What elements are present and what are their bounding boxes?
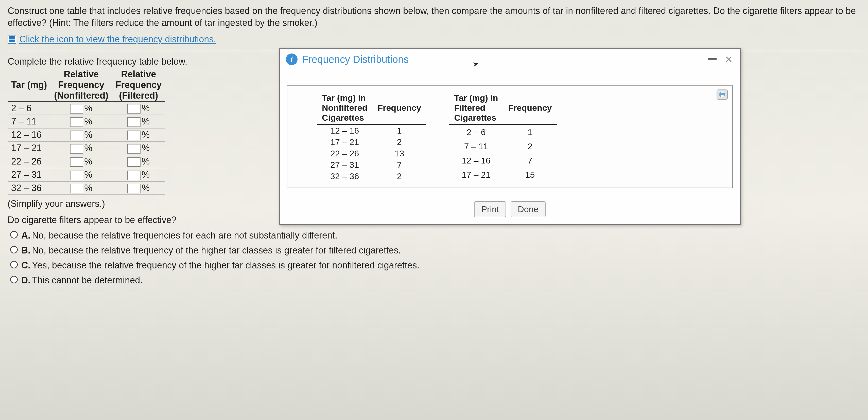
tar-range: 32 – 36 [8, 182, 51, 195]
relative-frequency-table: Tar (mg) Relative Frequency (Nonfiltered… [8, 68, 165, 195]
nonfiltered-input[interactable] [70, 157, 83, 167]
nonfiltered-freq-header: Frequency [372, 93, 426, 125]
frequency-value: 7 [372, 159, 426, 170]
percent-unit: % [142, 130, 150, 140]
done-button[interactable]: Done [510, 201, 545, 217]
percent-unit: % [142, 143, 150, 153]
filtered-cell: % [112, 141, 165, 155]
radio-d[interactable] [10, 276, 18, 283]
tar-range: 22 – 26 [317, 148, 372, 159]
filtered-freq-header: Frequency [503, 93, 557, 125]
frequency-value: 2 [372, 136, 426, 148]
tar-range: 7 – 11 [449, 139, 503, 154]
table-row: 2 – 61 [449, 125, 557, 139]
option-d[interactable]: D.This cannot be determined. [10, 275, 860, 286]
percent-unit: % [84, 143, 92, 153]
percent-unit: % [84, 183, 92, 193]
tar-range: 17 – 21 [317, 136, 372, 148]
print-button[interactable]: Print [474, 201, 506, 217]
frequency-value: 2 [503, 139, 557, 154]
percent-unit: % [84, 103, 92, 113]
filtered-cell: % [112, 168, 165, 181]
table-row: 2 – 6%% [8, 102, 165, 115]
nonfiltered-input[interactable] [70, 117, 83, 127]
radio-b[interactable] [10, 246, 18, 254]
filtered-tar-header: Tar (mg) in Filtered Cigarettes [449, 93, 503, 125]
filtered-cell: % [112, 155, 165, 168]
nonfiltered-cell: % [51, 128, 112, 141]
frequency-value: 13 [372, 148, 426, 159]
filtered-cell: % [112, 128, 165, 141]
radio-a[interactable] [10, 231, 18, 238]
table-row: 17 – 21%% [8, 141, 165, 155]
option-text: D.This cannot be determined. [21, 275, 143, 286]
tar-range: 2 – 6 [449, 125, 503, 139]
percent-unit: % [142, 169, 150, 180]
filtered-input[interactable] [127, 104, 141, 114]
percent-unit: % [84, 116, 92, 127]
table-row: 12 – 161 [317, 125, 426, 137]
table-row: 32 – 362 [317, 170, 426, 182]
percent-unit: % [142, 156, 150, 166]
tar-range: 12 – 16 [317, 125, 372, 137]
svg-rect-1 [721, 92, 724, 94]
table-row: 22 – 2613 [317, 148, 426, 159]
table-row: 7 – 112 [449, 139, 557, 154]
filtered-cell: % [112, 182, 165, 195]
nonfiltered-input[interactable] [70, 144, 83, 154]
option-c[interactable]: C.Yes, because the relative frequency of… [10, 260, 860, 271]
nonfiltered-cell: % [51, 141, 112, 155]
info-icon: i [286, 54, 298, 65]
percent-unit: % [84, 156, 92, 166]
col-header-tar: Tar (mg) [8, 68, 51, 102]
nonfiltered-tar-header: Tar (mg) in Nonfiltered Cigarettes [317, 93, 372, 125]
filtered-cell: % [112, 115, 165, 128]
question-text: Construct one table that includes relati… [8, 5, 860, 29]
nonfiltered-input[interactable] [70, 184, 83, 193]
frequency-distributions-popup: i Frequency Distributions × ➤ Tar (mg) i… [279, 48, 741, 225]
radio-c[interactable] [10, 261, 18, 268]
table-row: 27 – 317 [317, 159, 426, 170]
nonfiltered-cell: % [51, 115, 112, 128]
percent-unit: % [142, 116, 150, 127]
frequency-value: 7 [503, 154, 557, 168]
table-row: 12 – 167 [449, 154, 557, 168]
nonfiltered-cell: % [51, 155, 112, 168]
filtered-input[interactable] [127, 131, 141, 140]
option-b[interactable]: B.No, because the relative frequency of … [10, 245, 860, 256]
tar-range: 7 – 11 [8, 115, 51, 128]
table-row: 17 – 2115 [449, 168, 557, 182]
nonfiltered-input[interactable] [70, 104, 83, 114]
close-icon[interactable]: × [725, 56, 732, 63]
table-row: 7 – 11%% [8, 115, 165, 128]
tar-range: 17 – 21 [449, 168, 503, 182]
frequency-value: 15 [503, 168, 557, 182]
filtered-input[interactable] [127, 144, 141, 154]
filtered-input[interactable] [127, 117, 141, 127]
table-row: 32 – 36%% [8, 182, 165, 195]
svg-rect-2 [721, 95, 724, 97]
option-a[interactable]: A.No, because the relative frequencies f… [10, 230, 860, 241]
nonfiltered-input[interactable] [70, 131, 83, 140]
tar-range: 12 – 16 [449, 154, 503, 168]
view-distributions-link[interactable]: Click the icon to view the frequency dis… [19, 34, 216, 44]
filtered-cell: % [112, 102, 165, 115]
frequency-table-icon[interactable] [8, 35, 16, 43]
minimize-icon[interactable] [708, 58, 717, 60]
percent-unit: % [142, 103, 150, 113]
table-row: 12 – 16%% [8, 128, 165, 141]
nonfiltered-frequency-table: Tar (mg) in Nonfiltered Cigarettes Frequ… [317, 93, 426, 182]
filtered-input[interactable] [127, 170, 141, 180]
filtered-input[interactable] [127, 157, 141, 167]
option-text: B.No, because the relative frequency of … [21, 245, 401, 256]
table-row: 27 – 31%% [8, 168, 165, 181]
col-header-nonfiltered: Relative Frequency (Nonfiltered) [51, 68, 112, 102]
tar-range: 22 – 26 [8, 155, 51, 168]
nonfiltered-input[interactable] [70, 170, 83, 180]
table-row: 22 – 26%% [8, 155, 165, 168]
nonfiltered-cell: % [51, 168, 112, 181]
print-toggle-icon[interactable] [717, 90, 728, 100]
popup-title: Frequency Distributions [302, 54, 703, 65]
filtered-input[interactable] [127, 184, 141, 193]
option-text: C.Yes, because the relative frequency of… [21, 260, 420, 271]
